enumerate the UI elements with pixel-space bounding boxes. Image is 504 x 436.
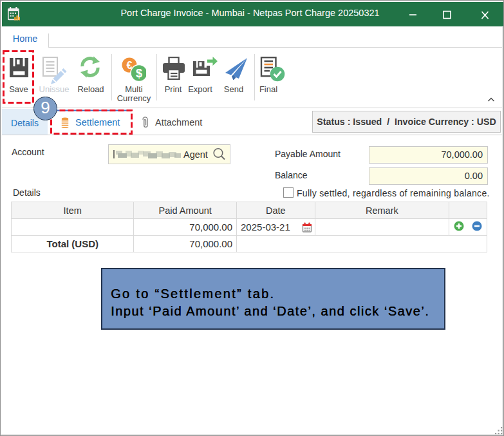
svg-text:Agent: Agent [183, 149, 208, 160]
svg-text:$: $ [136, 67, 142, 80]
